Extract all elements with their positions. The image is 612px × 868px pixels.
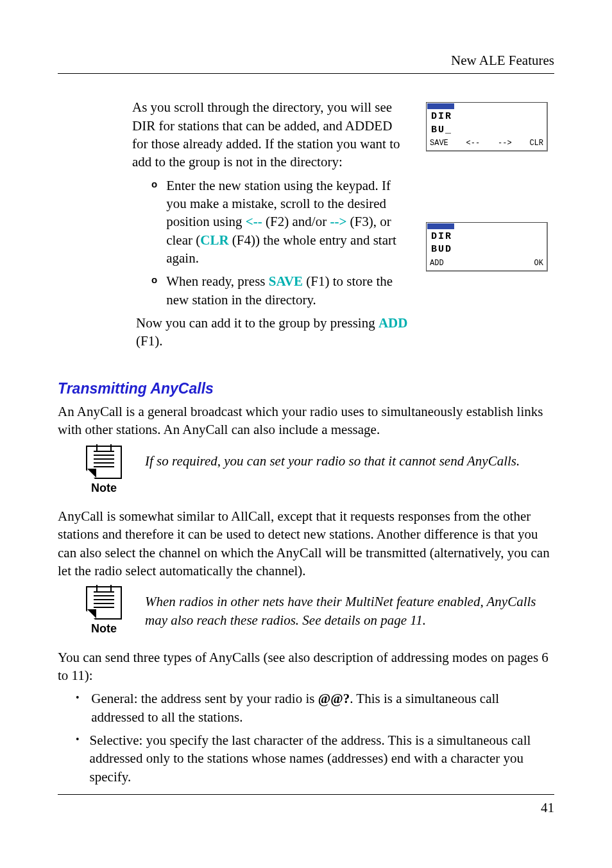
note-icon — [86, 586, 122, 620]
add-key: ADD — [378, 315, 408, 331]
bullet-general-text: General: the address sent by your radio … — [91, 690, 554, 726]
note-block-1: Note If so required, you can set your ra… — [58, 446, 554, 496]
bullet-general: • General: the address sent by your radi… — [58, 690, 554, 726]
text: (F2) and/or — [262, 214, 330, 229]
sub-bullet-1: o Enter the new station using the keypad… — [132, 177, 411, 268]
now-add-text: Now you can add it to the group by press… — [132, 314, 411, 351]
lcd1-soft-save: SAVE — [430, 138, 448, 148]
save-key: SAVE — [269, 273, 303, 289]
motorola-logo — [427, 103, 454, 109]
note-1-text: If so required, you can set your radio s… — [145, 446, 554, 470]
anycall-para-2: AnyCall is somewhat similar to AllCall, … — [58, 507, 554, 580]
bullet-selective-text: Selective: you specify the last characte… — [90, 731, 554, 786]
sub-bullet-2: o When ready, press SAVE (F1) to store t… — [132, 272, 411, 309]
lcd-screenshot-1: DIR BU_ SAVE <-- --> CLR — [426, 102, 548, 152]
text: When ready, press — [166, 273, 269, 289]
bullet-dot-icon: • — [76, 731, 80, 786]
lcd2-soft-add: ADD — [430, 258, 444, 268]
text: Now you can add it to the group by press… — [136, 315, 378, 331]
heading-transmitting-anycalls: Transmitting AnyCalls — [58, 379, 554, 399]
lcd-column: DIR BU_ SAVE <-- --> CLR DIR BUD ADD — [426, 98, 554, 350]
note-2-text: When radios in other nets have their Mul… — [145, 586, 554, 629]
clr-key: CLR — [200, 232, 228, 248]
page: New ALE Features As you scroll through t… — [0, 0, 612, 868]
note-icon — [86, 446, 122, 479]
note-block-2: Note When radios in other nets have thei… — [58, 586, 554, 636]
lcd1-soft-left: <-- — [466, 138, 480, 148]
lcd2-softkeys: ADD OK — [427, 258, 546, 270]
lcd1-soft-right: --> — [498, 138, 512, 148]
bullet-dot-icon: • — [76, 690, 81, 726]
motorola-logo — [427, 223, 454, 229]
o-bullet-icon: o — [151, 272, 157, 309]
top-two-column: As you scroll through the directory, you… — [58, 98, 554, 350]
note-label: Note — [76, 480, 132, 496]
types-intro: You can send three types of AnyCalls (se… — [58, 648, 554, 685]
lcd1-line2: BU_ — [431, 124, 542, 137]
lcd2-line2: BUD — [431, 243, 542, 256]
left-arrow-key: <-- — [246, 214, 262, 229]
right-arrow-key: --> — [330, 214, 346, 229]
page-number: 41 — [541, 800, 554, 815]
lcd2-line1: DIR — [431, 230, 542, 243]
top-text-block: As you scroll through the directory, you… — [58, 98, 411, 350]
lcd-screenshot-2: DIR BUD ADD OK — [426, 222, 548, 272]
text: General: the address sent by your radio … — [91, 691, 318, 706]
lcd1-softkeys: SAVE <-- --> CLR — [427, 138, 546, 150]
general-address: @@? — [318, 691, 350, 706]
sub-bullet-1-text: Enter the new station using the keypad. … — [166, 177, 411, 268]
text: (F1). — [136, 333, 162, 349]
o-bullet-icon: o — [151, 177, 157, 268]
scroll-intro: As you scroll through the directory, you… — [132, 98, 411, 171]
page-footer: 41 — [58, 794, 554, 817]
note-label: Note — [76, 621, 132, 636]
sub-bullet-2-text: When ready, press SAVE (F1) to store the… — [166, 272, 411, 309]
lcd1-soft-clr: CLR — [529, 138, 543, 148]
bullet-selective: • Selective: you specify the last charac… — [58, 731, 554, 786]
lcd2-soft-ok: OK — [534, 258, 543, 268]
lcd1-line1: DIR — [431, 110, 542, 123]
running-head: New ALE Features — [58, 51, 554, 74]
anycall-intro: An AnyCall is a general broadcast which … — [58, 403, 554, 439]
